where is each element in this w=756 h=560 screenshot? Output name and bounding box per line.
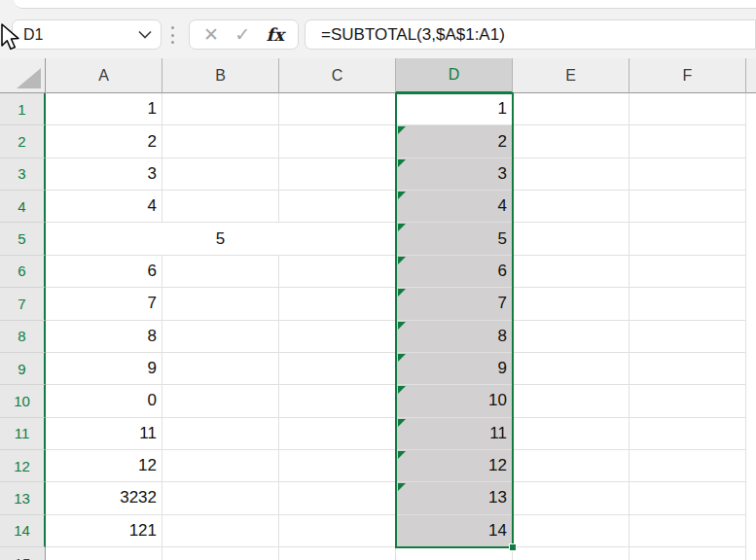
cell-B10[interactable] <box>162 385 279 417</box>
row-header-3[interactable]: 3 <box>0 158 46 191</box>
col-header-D[interactable]: D <box>396 58 513 93</box>
cell-D5[interactable]: 5 <box>396 223 513 255</box>
cell-E7[interactable] <box>513 288 630 320</box>
cell-F12[interactable] <box>630 450 746 482</box>
cell-B15[interactable] <box>162 547 279 560</box>
cell-E8[interactable] <box>513 321 630 353</box>
cell-E13[interactable] <box>513 482 630 514</box>
cell-E2[interactable] <box>513 125 630 158</box>
cell-B14[interactable] <box>162 515 279 547</box>
row-header-13[interactable]: 13 <box>0 482 46 514</box>
row-header-4[interactable]: 4 <box>0 191 46 223</box>
cell-A15[interactable] <box>46 547 162 560</box>
cell-A14[interactable]: 121 <box>46 515 162 547</box>
cell-A10[interactable]: 0 <box>46 385 162 417</box>
cell-E12[interactable] <box>513 450 630 482</box>
cell-A8[interactable]: 8 <box>46 321 162 353</box>
cell-C6[interactable] <box>279 256 396 288</box>
cell-B2[interactable] <box>162 125 279 158</box>
row-header-15[interactable]: 15 <box>0 547 46 560</box>
cell-D14[interactable]: 14 <box>396 515 513 547</box>
chevron-down-icon[interactable] <box>138 30 152 39</box>
cell-D9[interactable]: 9 <box>396 353 513 385</box>
cell-E9[interactable] <box>513 353 630 385</box>
col-header-C[interactable]: C <box>279 58 396 93</box>
col-header-F[interactable]: F <box>630 58 746 93</box>
fill-handle[interactable] <box>509 543 517 551</box>
insert-function-icon[interactable]: fx <box>266 24 283 45</box>
cell-B12[interactable] <box>162 450 279 482</box>
cell-B9[interactable] <box>162 353 279 385</box>
row-header-10[interactable]: 10 <box>0 385 46 417</box>
cell-B13[interactable] <box>162 482 279 514</box>
cell-F11[interactable] <box>630 418 746 450</box>
col-header-A[interactable]: A <box>46 58 162 93</box>
cell-C12[interactable] <box>279 450 396 482</box>
cell-D1[interactable]: 1 <box>396 93 513 125</box>
cell-C15[interactable] <box>279 547 396 560</box>
name-box[interactable]: D1 <box>12 19 162 50</box>
row-header-6[interactable]: 6 <box>0 256 46 288</box>
cell-C7[interactable] <box>279 288 396 320</box>
cell-B7[interactable] <box>162 288 279 320</box>
row-header-2[interactable]: 2 <box>0 125 46 158</box>
cell-E14[interactable] <box>513 515 630 547</box>
cell-D12[interactable]: 12 <box>396 450 513 482</box>
cell-D2[interactable]: 2 <box>396 125 513 158</box>
cell-C4[interactable] <box>279 191 396 223</box>
cell-C14[interactable] <box>279 515 396 547</box>
cell-B11[interactable] <box>162 418 279 450</box>
cell-A11[interactable]: 11 <box>46 418 162 450</box>
cell-E15[interactable] <box>513 547 630 560</box>
cell-A9[interactable]: 9 <box>46 353 162 385</box>
cell-F5[interactable] <box>630 223 746 255</box>
cell-D8[interactable]: 8 <box>396 321 513 353</box>
cell-F1[interactable] <box>630 93 746 125</box>
cell-E11[interactable] <box>513 418 630 450</box>
cell-A1[interactable]: 1 <box>46 93 162 125</box>
cell-C1[interactable] <box>279 93 396 125</box>
cell-A6[interactable]: 6 <box>46 256 162 288</box>
cell-F13[interactable] <box>630 482 746 514</box>
row-header-5[interactable]: 5 <box>0 223 46 255</box>
row-header-8[interactable]: 8 <box>0 321 46 353</box>
cell-F7[interactable] <box>630 288 746 320</box>
cell-C8[interactable] <box>279 321 396 353</box>
cell-D7[interactable]: 7 <box>396 288 513 320</box>
cell-F10[interactable] <box>630 385 746 417</box>
row-header-11[interactable]: 11 <box>0 418 46 450</box>
formula-bar[interactable]: =SUBTOTAL(3,$A$1:A1) <box>305 19 756 50</box>
cell-B3[interactable] <box>162 158 279 191</box>
cell-B8[interactable] <box>162 321 279 353</box>
select-all-corner[interactable] <box>0 58 46 93</box>
cell-D6[interactable]: 6 <box>396 256 513 288</box>
row-header-1[interactable]: 1 <box>0 93 46 125</box>
cell-F6[interactable] <box>630 256 746 288</box>
cell-D10[interactable]: 10 <box>396 385 513 417</box>
cell-E10[interactable] <box>513 385 630 417</box>
cell-D13[interactable]: 13 <box>396 482 513 514</box>
col-header-B[interactable]: B <box>162 58 279 93</box>
cell-F8[interactable] <box>630 321 746 353</box>
cell-C10[interactable] <box>279 385 396 417</box>
enter-icon[interactable]: ✓ <box>234 25 250 44</box>
cell-F15[interactable] <box>630 547 746 560</box>
row-header-9[interactable]: 9 <box>0 353 46 385</box>
cell-F2[interactable] <box>630 125 746 158</box>
row-header-7[interactable]: 7 <box>0 288 46 320</box>
cell-E3[interactable] <box>513 158 630 191</box>
cell-C3[interactable] <box>279 158 396 191</box>
cell-C9[interactable] <box>279 353 396 385</box>
cell-E4[interactable] <box>513 191 630 223</box>
cell-merged-A5[interactable]: 5 <box>46 223 396 255</box>
cell-C11[interactable] <box>279 418 396 450</box>
cell-C2[interactable] <box>279 125 396 158</box>
cell-D15[interactable] <box>396 547 513 560</box>
cell-E5[interactable] <box>513 223 630 255</box>
cell-F3[interactable] <box>630 158 746 191</box>
cell-A4[interactable]: 4 <box>46 191 162 223</box>
cell-B4[interactable] <box>162 191 279 223</box>
cell-E1[interactable] <box>513 93 630 125</box>
cell-A3[interactable]: 3 <box>46 158 162 191</box>
cell-A12[interactable]: 12 <box>46 450 162 482</box>
